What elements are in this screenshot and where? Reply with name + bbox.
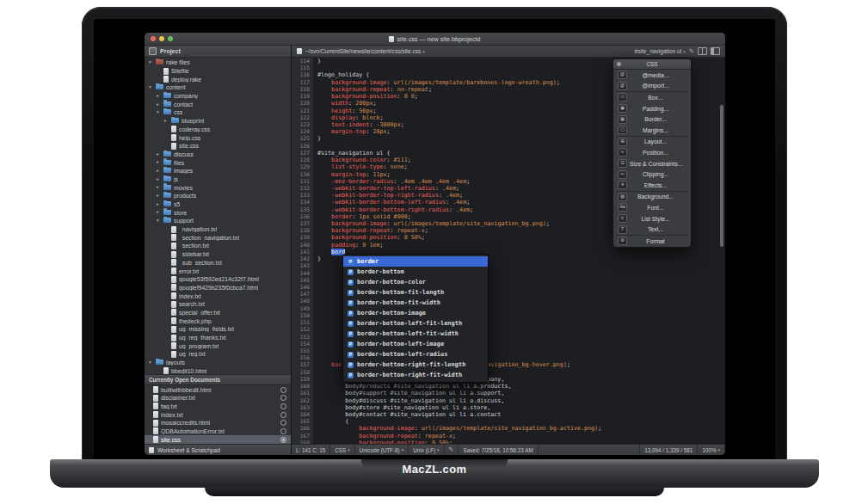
tree-item[interactable]: _section_navigation.txt: [145, 233, 291, 242]
palette-item-box[interactable]: □Box...: [613, 92, 691, 103]
code-line[interactable]: 162 body#discuss #site_navigation ul li …: [292, 397, 725, 404]
palette-item-effects[interactable]: ∗Effects...: [613, 180, 691, 191]
autocomplete-item[interactable]: Pborder-bottom-left-fit-length: [343, 318, 488, 329]
language-menu[interactable]: CSS: [330, 445, 354, 455]
palette-close-button[interactable]: [617, 62, 621, 66]
tree-item[interactable]: ug_program.txt: [145, 341, 291, 350]
tree-item[interactable]: ug_missing_fields.txt: [145, 325, 291, 334]
code-line[interactable]: 168 background-position: 0 50%;: [292, 439, 725, 444]
split-view-icon[interactable]: [698, 47, 707, 55]
disclosure-triangle-icon[interactable]: [155, 169, 161, 174]
tree-item[interactable]: index.txt: [145, 292, 291, 300]
tree-item[interactable]: _section.txt: [145, 242, 291, 250]
tree-item[interactable]: company: [145, 92, 291, 101]
tree-item[interactable]: bbedit10.html: [145, 366, 291, 374]
palette-item-border[interactable]: ▦Border...: [613, 114, 691, 125]
tree-item[interactable]: help.css: [145, 133, 291, 142]
open-document-item[interactable]: site.css: [145, 435, 291, 444]
autocomplete-item[interactable]: Pborder-bottom-image: [343, 308, 488, 318]
disclosure-triangle-icon[interactable]: [155, 218, 161, 224]
tree-item[interactable]: store: [145, 208, 291, 217]
symbol-menu[interactable]: #site_navigation ul: [635, 48, 686, 54]
tree-item[interactable]: Sitefile: [145, 67, 291, 76]
tree-item[interactable]: _navigation.txt: [145, 225, 291, 234]
autocomplete-item[interactable]: Pborder-bottom-left-image: [343, 339, 488, 349]
tree-item[interactable]: site.css: [145, 142, 291, 151]
code-line[interactable]: 164 body#contact #site_navigation ul li …: [292, 411, 725, 418]
disclosure-triangle-icon[interactable]: [155, 160, 161, 165]
project-header[interactable]: Project: [145, 46, 291, 58]
disclosure-triangle-icon[interactable]: [147, 360, 153, 366]
tree-item[interactable]: support: [145, 217, 291, 225]
palette-item-layout[interactable]: ⊞Layout...: [613, 137, 691, 148]
palette-item-font[interactable]: AaFont...: [613, 202, 691, 213]
palette-item-size-constraints[interactable]: ΩSize & Constraints...: [613, 158, 691, 169]
tree-item[interactable]: s5: [145, 200, 291, 209]
palette-item-list-style[interactable]: ≡List Style...: [613, 213, 691, 224]
document-state-icon[interactable]: [280, 387, 286, 393]
autocomplete-item[interactable]: Pborder-bottom: [343, 267, 488, 277]
code-line[interactable]: 166 background-image: url(/images/templa…: [292, 425, 725, 432]
tree-item[interactable]: files: [145, 158, 291, 167]
tree-item[interactable]: deploy.rake: [145, 75, 291, 83]
tree-item[interactable]: css: [145, 108, 291, 117]
disclosure-triangle-icon[interactable]: [155, 152, 161, 157]
disclosure-triangle-icon[interactable]: [155, 110, 161, 115]
autocomplete-item[interactable]: Pborder-bottom-right-fit-width: [343, 370, 488, 380]
open-document-item[interactable]: disclaimer.txt: [145, 394, 291, 403]
document-state-icon[interactable]: [280, 395, 286, 401]
line-endings-menu[interactable]: Unix (LF): [409, 445, 444, 455]
palette-item-background[interactable]: ▨Background...: [613, 192, 691, 203]
tree-item[interactable]: _sidebar.txt: [145, 250, 291, 259]
palette-item-padding[interactable]: ▣Padding...: [613, 103, 691, 114]
document-state-icon[interactable]: [280, 412, 286, 418]
pencil-icon[interactable]: [689, 47, 694, 55]
autocomplete-item[interactable]: Pborder-bottom-left-radius: [343, 349, 488, 360]
disclosure-triangle-icon[interactable]: [155, 194, 161, 199]
palette-titlebar[interactable]: CSS: [613, 59, 691, 70]
disclosure-triangle-icon[interactable]: [155, 210, 161, 215]
code-line[interactable]: 161 body#support #site_navigation ul li …: [292, 390, 725, 396]
palette-item-text[interactable]: TText...: [613, 224, 691, 235]
open-documents-header[interactable]: Currently Open Documents: [145, 374, 291, 385]
zoom-window-button[interactable]: [168, 36, 173, 41]
palette-item-margins[interactable]: ▢Margins...: [613, 125, 691, 136]
document-state-icon[interactable]: [280, 437, 286, 443]
autocomplete-item[interactable]: Pborder-bottom-right-fit-length: [343, 360, 488, 370]
open-document-item[interactable]: QDBAutomationError.txt: [145, 427, 291, 436]
disclosure-triangle-icon[interactable]: [147, 60, 153, 65]
editor-scrollbar[interactable]: [720, 105, 723, 247]
tree-item[interactable]: special_offer.txt: [145, 309, 291, 317]
tree-item[interactable]: images: [145, 167, 291, 175]
open-document-item[interactable]: faq.txt: [145, 403, 291, 411]
autocomplete-item[interactable]: Pborder-bottom-left-fit-width: [343, 329, 488, 339]
tree-item[interactable]: ug_reg.txt: [145, 350, 291, 359]
disclosure-triangle-icon[interactable]: [155, 202, 161, 207]
open-document-item[interactable]: mosaiccredits.html: [145, 419, 291, 427]
window-titlebar[interactable]: site.css — new site.bbprojectd: [145, 33, 725, 46]
tree-item[interactable]: _sub_section.txt: [145, 259, 291, 267]
document-state-icon[interactable]: [280, 428, 286, 434]
tree-item[interactable]: error.txt: [145, 267, 291, 275]
palette-item-position[interactable]: +Position...: [613, 147, 691, 158]
tree-item[interactable]: js: [145, 175, 291, 184]
autocomplete-item[interactable]: Pborder-bottom-color: [343, 277, 488, 287]
tree-item[interactable]: ug_reg_thanks.txt: [145, 334, 291, 342]
counterparts-icon[interactable]: [711, 47, 720, 55]
tree-item[interactable]: thedeck.php: [145, 317, 291, 325]
palette-item-clipping[interactable]: ✂Clipping...: [613, 169, 691, 180]
open-document-item[interactable]: index.txt: [145, 410, 291, 419]
tree-item[interactable]: rake files: [145, 58, 291, 67]
document-state-icon[interactable]: [280, 403, 286, 409]
autocomplete-item[interactable]: Pborder-bottom-fit-length: [343, 287, 488, 298]
code-line[interactable]: 160 body#products #site_navigation ul li…: [292, 383, 725, 390]
code-line[interactable]: 163 body#store #site_navigation ul li a.…: [292, 404, 725, 411]
worksheet-bar[interactable]: Worksheet & Scratchpad: [145, 444, 291, 455]
open-document-item[interactable]: builtwithbbedit.html: [145, 385, 291, 394]
tree-item[interactable]: googlef9429b235f0cbca7.html: [145, 284, 291, 292]
tree-item[interactable]: contact: [145, 100, 291, 108]
tree-item[interactable]: layouts: [145, 359, 291, 367]
disclosure-triangle-icon[interactable]: [155, 177, 161, 182]
tree-item[interactable]: google53f592ed214c32f7.html: [145, 275, 291, 284]
tree-item[interactable]: discuss: [145, 151, 291, 159]
